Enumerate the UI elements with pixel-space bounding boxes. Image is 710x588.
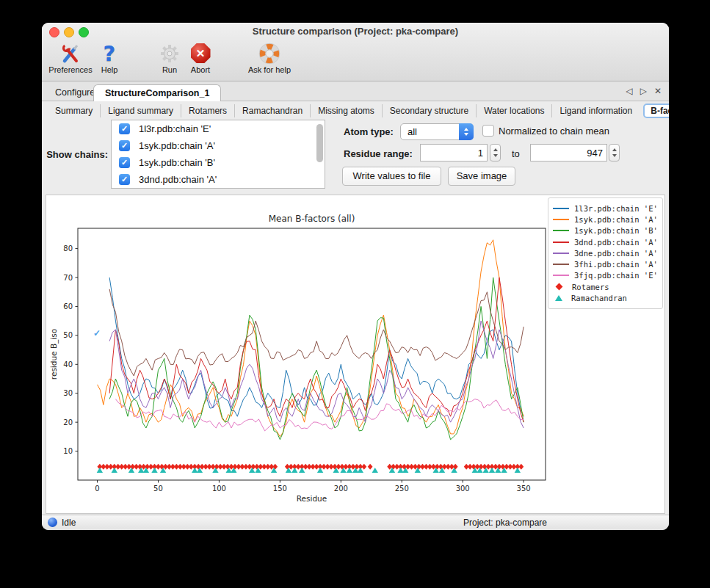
- chain-list-item[interactable]: ✓1l3r.pdb:chain 'E': [112, 120, 325, 137]
- legend-entry: 3fhi.pdb:chain 'A': [553, 258, 658, 269]
- save-image-button[interactable]: Save image: [448, 167, 515, 186]
- subtab-ligand-summary[interactable]: Ligand summary: [100, 104, 181, 117]
- atom-type-label: Atom type:: [344, 126, 394, 137]
- legend-label: Ramachandran: [571, 294, 627, 302]
- legend-entry: Rotamers: [553, 281, 658, 292]
- subtab-water-locations[interactable]: Water locations: [476, 104, 551, 117]
- legend-entry: 3fjq.pdb:chain 'E': [553, 270, 658, 281]
- chain-rows: ✓1l3r.pdb:chain 'E'✓1syk.pdb:chain 'A'✓1…: [112, 120, 325, 188]
- subtab-bar: SummaryLigand summaryRotamersRamachandra…: [42, 102, 669, 120]
- gear-icon: [153, 41, 186, 65]
- run-button[interactable]: Run: [153, 41, 186, 74]
- write-values-button[interactable]: Write values to file: [342, 167, 441, 186]
- legend-label: 1l3r.pdb:chain 'E': [574, 204, 658, 213]
- svg-text:Residue: Residue: [297, 494, 327, 503]
- legend-line-sample: [553, 219, 569, 220]
- chain-label: 3dnd.pdb:chain 'A': [139, 174, 217, 185]
- checkbox-checked-icon[interactable]: ✓: [119, 174, 130, 185]
- tab-structurecomparison-1[interactable]: StructureComparison_1: [93, 84, 221, 101]
- checkbox-checked-icon[interactable]: ✓: [119, 123, 130, 134]
- residue-from-stepper[interactable]: [490, 144, 501, 161]
- svg-text:80: 80: [63, 244, 73, 253]
- legend-diamond-icon: [556, 283, 563, 291]
- chain-list-item[interactable]: ✓3dnd.pdb:chain 'A': [112, 171, 325, 188]
- legend-label: 3fjq.pdb:chain 'E': [574, 271, 658, 280]
- ask-for-help-label: Ask for help: [239, 65, 300, 74]
- chain-list-item[interactable]: ✓1syk.pdb:chain 'B': [112, 154, 325, 171]
- scroll-tabs-left-icon[interactable]: ◁: [626, 86, 632, 96]
- subtab-items: SummaryLigand summaryRotamersRamachandra…: [48, 104, 669, 118]
- plot-legend: 1l3r.pdb:chain 'E'1syk.pdb:chain 'A'1syk…: [548, 197, 663, 309]
- svg-text:50: 50: [153, 484, 163, 493]
- atom-type-select[interactable]: all: [400, 123, 474, 140]
- scroll-tabs-right-icon[interactable]: ▷: [640, 86, 647, 96]
- svg-text:Mean B-factors (all): Mean B-factors (all): [269, 214, 355, 224]
- legend-line-sample: [553, 253, 569, 254]
- svg-text:350: 350: [517, 484, 531, 493]
- checkbox-checked-icon[interactable]: ✓: [119, 157, 130, 168]
- help-button[interactable]: ? Help: [95, 41, 124, 74]
- preferences-label: Preferences: [44, 65, 97, 74]
- chain-list[interactable]: ✓1l3r.pdb:chain 'E'✓1syk.pdb:chain 'A'✓1…: [111, 120, 325, 189]
- question-icon: ?: [95, 41, 124, 65]
- window-chrome: Structure comparison (Project: pka-compa…: [42, 23, 669, 81]
- close-tab-icon[interactable]: ✕: [654, 86, 662, 96]
- status-text: Idle: [62, 518, 76, 528]
- legend-line-sample: [553, 242, 569, 243]
- stray-checkmark-artifact: ✓: [93, 328, 101, 338]
- svg-text:300: 300: [456, 484, 470, 493]
- help-label: Help: [95, 65, 124, 74]
- abort-button[interactable]: ✕ Abort: [184, 41, 217, 74]
- stepper-up-icon[interactable]: [612, 148, 617, 151]
- svg-text:30: 30: [63, 389, 73, 397]
- chain-list-scrollbar[interactable]: [316, 124, 323, 162]
- chain-label: 1syk.pdb:chain 'B': [139, 157, 215, 168]
- legend-entry: 1syk.pdb:chain 'B': [553, 225, 658, 236]
- legend-entry: 1l3r.pdb:chain 'E': [553, 203, 658, 214]
- legend-entry: 3dne.pdb:chain 'A': [553, 247, 658, 258]
- tab-bar-controls: ◁ ▷ ✕: [626, 86, 662, 96]
- svg-text:50: 50: [63, 331, 73, 339]
- project-text: Project: pka-compare: [463, 518, 547, 528]
- status-orb-icon: [48, 518, 57, 527]
- svg-text:40: 40: [63, 360, 73, 369]
- legend-entry: 3dnd.pdb:chain 'A': [553, 236, 658, 247]
- svg-text:20: 20: [63, 418, 73, 427]
- ask-for-help-button[interactable]: Ask for help: [239, 41, 300, 74]
- checkbox-checked-icon[interactable]: ✓: [119, 140, 130, 151]
- chain-label: 1l3r.pdb:chain 'E': [139, 123, 211, 134]
- subtab-ligand-information[interactable]: Ligand information: [551, 104, 640, 117]
- stepper-down-icon[interactable]: [612, 154, 617, 157]
- subtab-secondary-structure[interactable]: Secondary structure: [382, 104, 476, 117]
- abort-label: Abort: [184, 65, 217, 74]
- subtab-ramachandran[interactable]: Ramachandran: [234, 104, 310, 117]
- legend-label: 1syk.pdb:chain 'A': [574, 215, 658, 224]
- select-stepper-icon: [459, 123, 474, 140]
- legend-triangle-icon: [555, 295, 562, 301]
- legend-label: 1syk.pdb:chain 'B': [574, 226, 658, 235]
- subtab-missing-atoms[interactable]: Missing atoms: [310, 104, 382, 117]
- run-label: Run: [153, 65, 186, 74]
- legend-entry: Ramachandran: [553, 292, 658, 303]
- normalized-checkbox[interactable]: [482, 125, 494, 137]
- legend-label: 3dnd.pdb:chain 'A': [574, 238, 658, 247]
- legend-line-sample: [553, 275, 569, 276]
- residue-to-input[interactable]: [530, 144, 607, 161]
- stepper-down-icon[interactable]: [493, 154, 498, 157]
- subtab-b-factors[interactable]: B-factors: [643, 104, 669, 118]
- desktop: { "icons": {"check":"✓","left_arrow":"◁"…: [0, 0, 710, 588]
- residue-to-stepper[interactable]: [609, 144, 620, 161]
- subtab-rotamers[interactable]: Rotamers: [181, 104, 234, 117]
- preferences-button[interactable]: Preferences: [44, 41, 97, 74]
- legend-entry: 1syk.pdb:chain 'A': [553, 214, 658, 225]
- stepper-up-icon[interactable]: [493, 148, 498, 151]
- subtab-summary[interactable]: Summary: [48, 104, 100, 117]
- residue-range-label: Residue range:: [344, 148, 413, 159]
- to-label: to: [512, 148, 520, 159]
- window-title: Structure comparison (Project: pka-compa…: [42, 26, 669, 37]
- svg-text:200: 200: [334, 484, 348, 493]
- legend-label: Rotamers: [572, 283, 609, 291]
- chain-list-item[interactable]: ✓1syk.pdb:chain 'A': [112, 137, 325, 154]
- legend-line-sample: [553, 230, 569, 231]
- residue-from-input[interactable]: [420, 144, 488, 161]
